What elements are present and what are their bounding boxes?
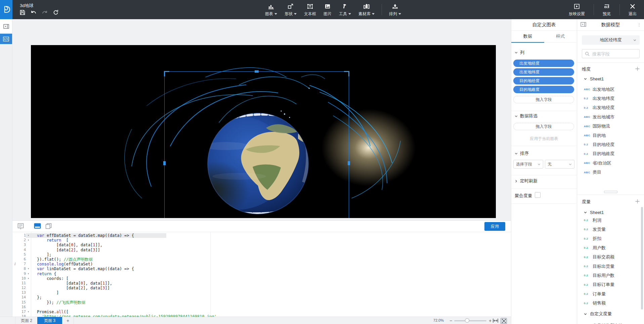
resize-handle-top[interactable]: [255, 70, 259, 73]
dimension-field[interactable]: ABC省/自治区: [577, 158, 644, 168]
code-line[interactable]: i7console.log(effDataSet): [12, 262, 511, 266]
tool-chart[interactable]: 图表: [261, 0, 281, 19]
measure-field[interactable]: 0.2销售额: [577, 299, 644, 308]
column-field-pill[interactable]: 出发地纬度: [513, 68, 574, 76]
panel-collapse-icon[interactable]: [581, 22, 586, 27]
code-line[interactable]: 8▾var linDataSet = dataSet.map((data) =>…: [12, 266, 511, 271]
measure-field-partial[interactable]: 0.2 当月销售额占比: [577, 321, 644, 324]
resize-handle-top-right[interactable]: [344, 71, 349, 76]
resize-handle-left[interactable]: [163, 161, 166, 165]
refresh-icon[interactable]: [53, 9, 59, 15]
code-line[interactable]: 16: [12, 305, 511, 310]
fold-arrow-icon[interactable]: ▾: [26, 233, 31, 238]
editor-pane-divider[interactable]: [210, 232, 211, 317]
aggregate-measure-checkbox[interactable]: [535, 192, 541, 198]
code-line[interactable]: 10▾ coords: [: [12, 276, 511, 281]
tab-data[interactable]: 数据: [511, 30, 544, 42]
section-columns[interactable]: 列: [515, 49, 524, 56]
column-field-pill[interactable]: 目的地維度: [513, 86, 574, 93]
column-field-pill[interactable]: 目的地经度: [513, 77, 574, 84]
code-line[interactable]: 15 }); //飞线声明数据: [12, 300, 511, 305]
code-line[interactable]: 13 ]: [12, 290, 511, 295]
dimension-field[interactable]: 0.2出发地经度: [577, 103, 644, 112]
undo-icon[interactable]: [31, 9, 37, 15]
resize-handle-right[interactable]: [348, 161, 350, 165]
redo-icon[interactable]: [42, 9, 48, 15]
section-sort[interactable]: 排序: [515, 150, 529, 156]
reference-doc-icon[interactable]: [17, 223, 24, 229]
design-canvas[interactable]: [12, 19, 511, 220]
code-line[interactable]: 11 [data[0], data[1]],: [12, 281, 511, 286]
dimension-field[interactable]: ABC国际物流: [577, 122, 644, 131]
fold-arrow-icon[interactable]: ▾: [26, 266, 31, 271]
tool-shape[interactable]: 形状: [281, 0, 300, 19]
measure-field[interactable]: 0.2目标出货量: [577, 262, 644, 271]
tool-textbox[interactable]: 文本框: [300, 0, 320, 19]
fold-arrow-icon[interactable]: ▾: [26, 238, 31, 243]
sort-field-select[interactable]: 选择字段: [513, 160, 543, 169]
custom-measure-group[interactable]: 自定义度量: [584, 311, 612, 317]
fit-width-icon[interactable]: [492, 318, 499, 323]
dimension-group-sheet1[interactable]: Sheet1: [584, 75, 604, 82]
page-tab-2[interactable]: 页面 2: [15, 317, 38, 324]
chart-selection-box[interactable]: [164, 71, 349, 218]
code-line[interactable]: 4 [data[2], data[3]]: [12, 248, 511, 252]
code-line[interactable]: 2▾ return [: [12, 238, 511, 243]
fit-selection-button[interactable]: [501, 318, 507, 324]
dimension-field[interactable]: ABC类目: [577, 168, 644, 177]
duplicate-pane-icon[interactable]: [45, 223, 52, 229]
more-options-icon[interactable]: ⋮: [637, 23, 641, 27]
add-page-button[interactable]: +: [62, 317, 74, 324]
fold-arrow-icon[interactable]: ▾: [26, 272, 31, 276]
code-line[interactable]: 6}).flat(); //圆点声明数据: [12, 257, 511, 262]
sidebar-item-code-editor[interactable]: [0, 34, 12, 44]
play-settings-button[interactable]: 放映设置: [563, 0, 590, 19]
dashboard-page[interactable]: [31, 45, 496, 218]
zoom-slider-track[interactable]: [454, 320, 486, 321]
app-logo[interactable]: [0, 0, 12, 19]
column-field-pill[interactable]: 出发地经度: [513, 60, 574, 67]
code-line[interactable]: 5 ];: [12, 252, 511, 257]
panel-expand-icon[interactable]: [3, 24, 9, 29]
page-tab-3-active[interactable]: 页面 3: [37, 317, 62, 324]
measures-scrollbar[interactable]: [641, 207, 643, 310]
layout-bottom-pane-icon[interactable]: [34, 223, 41, 229]
measure-field[interactable]: 0.2目标交易额: [577, 253, 644, 262]
apply-button[interactable]: 应用: [484, 222, 505, 231]
tab-style[interactable]: 样式: [544, 30, 577, 42]
code-line[interactable]: 17▾Promise.all([: [12, 310, 511, 314]
code-line[interactable]: 3 [data[0], data[1]],: [12, 243, 511, 247]
field-search-box[interactable]: [582, 49, 640, 58]
code-line[interactable]: 12 [data[2], data[3]]: [12, 286, 511, 290]
code-line[interactable]: 14};: [12, 295, 511, 300]
exit-button[interactable]: 退出: [623, 0, 642, 19]
dimension-field[interactable]: ABC目的地: [577, 131, 644, 140]
add-dimension-icon[interactable]: [635, 66, 640, 71]
code-editor-content[interactable]: 1▾var effDataSet = dataSet.map((data) =>…: [12, 232, 511, 317]
tool-image[interactable]: 图片: [320, 0, 335, 19]
code-line[interactable]: 9▾return {: [12, 272, 511, 276]
dataset-select[interactable]: 地区经纬度: [582, 35, 640, 45]
drop-field-zone-columns[interactable]: 拖入字段: [513, 96, 574, 103]
dimension-field[interactable]: 0.2目的地維度: [577, 149, 644, 158]
section-timed-refresh[interactable]: 定时刷新: [515, 178, 538, 184]
fold-arrow-icon[interactable]: ▾: [26, 310, 31, 314]
dimension-field[interactable]: ABC出发地地区: [577, 85, 644, 94]
measure-field[interactable]: 0.2利润: [577, 216, 644, 225]
measure-group-sheet1[interactable]: Sheet1: [584, 209, 604, 216]
measure-field[interactable]: 0.2用户数: [577, 243, 644, 252]
tool-arrange[interactable]: 排列: [385, 0, 405, 19]
dimension-field[interactable]: ABC发出地城市: [577, 112, 644, 121]
measure-field[interactable]: 0.2发货量: [577, 225, 644, 234]
field-search-input[interactable]: [592, 50, 638, 58]
drop-field-zone-filter[interactable]: 拖入字段: [513, 123, 574, 130]
fold-arrow-icon[interactable]: ▾: [26, 276, 31, 281]
sort-order-select[interactable]: 无: [545, 160, 574, 169]
add-measure-icon[interactable]: [635, 199, 640, 204]
resize-handle-top-left[interactable]: [164, 71, 169, 76]
tool-library[interactable]: 素材库: [355, 0, 378, 19]
save-icon[interactable]: [19, 9, 26, 15]
tool-utility[interactable]: 工具: [335, 0, 355, 19]
zoom-out-button[interactable]: −: [447, 317, 455, 324]
section-data-filter[interactable]: 数据筛选: [515, 113, 538, 119]
